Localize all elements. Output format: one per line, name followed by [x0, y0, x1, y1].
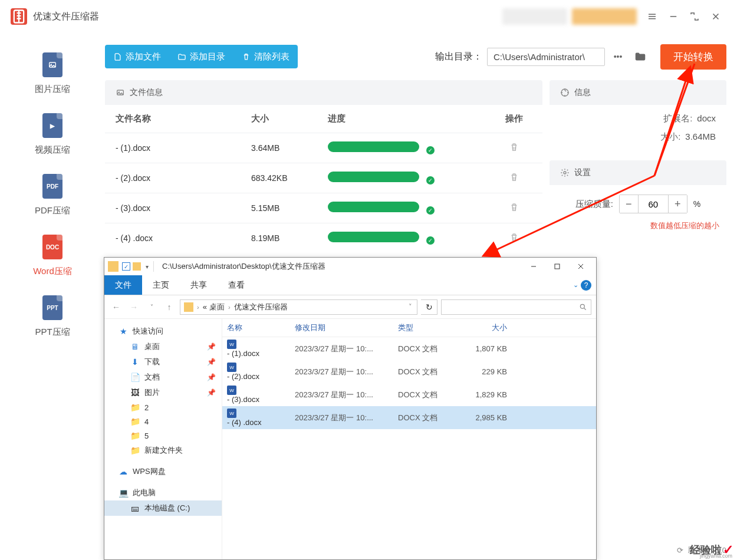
- side-documents[interactable]: 📄文档📌: [104, 370, 222, 385]
- sidebar-item-video-compress[interactable]: ▶ 视频压缩: [0, 101, 105, 162]
- sidebar-item-image-compress[interactable]: 图片压缩: [0, 40, 105, 101]
- side-downloads[interactable]: ⬇下载📌: [104, 354, 222, 370]
- file-name: - (3).docx: [116, 203, 251, 213]
- col-size: 大小: [251, 113, 328, 124]
- side-folder-4[interactable]: 📁4: [104, 414, 222, 429]
- address-box[interactable]: › « 桌面 › 优速文件压缩器 ˅: [180, 299, 417, 315]
- explorer-titlebar: ✓ ▾ C:\Users\Administrator\Desktop\优速文件压…: [104, 258, 596, 275]
- crumb[interactable]: 优速文件压缩器: [234, 302, 288, 312]
- explorer-search[interactable]: [441, 299, 591, 315]
- decrease-button[interactable]: −: [620, 195, 639, 213]
- sidebar-item-ppt-compress[interactable]: PPT PPT压缩: [0, 283, 105, 344]
- side-folder-5[interactable]: 📁5: [104, 429, 222, 443]
- sidebar-item-word-compress[interactable]: DOC Word压缩: [0, 222, 105, 283]
- add-file-label: 添加文件: [126, 51, 161, 62]
- increase-button[interactable]: +: [668, 195, 687, 213]
- sidebar-item-label: Word压缩: [33, 266, 72, 277]
- start-convert-button[interactable]: 开始转换: [660, 44, 726, 70]
- explorer-row[interactable]: W- (4) .docx 2023/3/27 星期一 10:... DOCX 文…: [222, 406, 596, 429]
- delete-button[interactable]: [496, 172, 532, 185]
- explorer-maximize[interactable]: [545, 258, 569, 275]
- col-size[interactable]: 大小: [457, 322, 507, 333]
- document-icon: 📄: [130, 373, 140, 382]
- up-button[interactable]: ↑: [162, 300, 176, 314]
- down-arrow-icon[interactable]: ▾: [144, 262, 150, 271]
- side-wps[interactable]: ☁WPS网盘: [104, 464, 222, 479]
- back-button[interactable]: ←: [109, 300, 123, 314]
- add-file-button[interactable]: 添加文件: [105, 45, 169, 68]
- side-pictures[interactable]: 🖼图片📌: [104, 385, 222, 400]
- explorer-row[interactable]: W- (1).docx 2023/3/27 星期一 10:... DOCX 文档…: [222, 337, 596, 360]
- side-c-drive[interactable]: 🖴本地磁盘 (C:): [104, 500, 222, 516]
- open-folder-button[interactable]: [631, 47, 650, 66]
- refresh-icon[interactable]: ⟳: [677, 546, 683, 555]
- file-size: 8.19MB: [251, 233, 328, 243]
- crumb[interactable]: «: [203, 302, 207, 311]
- table-row[interactable]: - (1).docx 3.64MB ✓: [105, 133, 542, 163]
- ribbon-tab-home[interactable]: 主页: [142, 275, 180, 295]
- progress-bar: [328, 232, 419, 242]
- menu-button[interactable]: [641, 6, 663, 27]
- explorer-title-path: C:\Users\Administrator\Desktop\优速文件压缩器: [162, 261, 325, 272]
- explorer-row[interactable]: W- (3).docx 2023/3/27 星期一 10:... DOCX 文档…: [222, 383, 596, 406]
- side-desktop[interactable]: 🖥桌面📌: [104, 339, 222, 354]
- table-row[interactable]: - (4) .docx 8.19MB ✓: [105, 223, 542, 253]
- folder-icon: 📁: [130, 431, 140, 440]
- explorer-close[interactable]: [569, 258, 593, 275]
- forward-button[interactable]: →: [127, 300, 141, 314]
- drive-icon: 🖴: [130, 503, 140, 513]
- quality-input[interactable]: [639, 199, 668, 209]
- minimize-button[interactable]: [663, 6, 684, 27]
- table-row[interactable]: - (2).docx 683.42KB ✓: [105, 163, 542, 193]
- side-quick-access[interactable]: ★快速访问: [104, 324, 222, 339]
- help-icon[interactable]: ?: [581, 280, 591, 291]
- obscured-area: [502, 8, 567, 25]
- quality-hint: 数值越低压缩的越小: [557, 220, 719, 231]
- chevron-down-icon[interactable]: ˅: [407, 303, 413, 311]
- refresh-button[interactable]: ↻: [421, 299, 437, 315]
- docx-icon: W: [227, 340, 236, 349]
- maximize-button[interactable]: [684, 6, 705, 27]
- ribbon-tab-share[interactable]: 共享: [180, 275, 218, 295]
- delete-button[interactable]: [496, 232, 532, 245]
- desktop-icon: 🖥: [130, 342, 140, 351]
- quality-stepper[interactable]: − +: [619, 195, 687, 213]
- delete-button[interactable]: [496, 142, 532, 154]
- ribbon-tab-file[interactable]: 文件: [104, 275, 142, 295]
- explorer-row[interactable]: W- (2).docx 2023/3/27 星期一 10:... DOCX 文档…: [222, 360, 596, 383]
- close-button[interactable]: [705, 6, 726, 27]
- progress-bar: [328, 172, 419, 182]
- browse-button[interactable]: •••: [608, 47, 627, 66]
- output-path-field[interactable]: C:\Users\Administrator\: [487, 48, 605, 66]
- clear-list-button[interactable]: 清除列表: [233, 45, 298, 68]
- info-header: 信息: [550, 80, 726, 105]
- col-name[interactable]: 名称: [227, 322, 295, 333]
- sidebar-item-label: PPT压缩: [35, 327, 70, 338]
- side-folder-2[interactable]: 📁2: [104, 400, 222, 414]
- toolbar: 添加文件 添加目录 清除列表 输出目录： C:\Users\Administra…: [105, 39, 726, 74]
- crumb[interactable]: 桌面: [209, 302, 225, 312]
- check-icon[interactable]: ✓: [122, 262, 130, 271]
- sidebar-item-pdf-compress[interactable]: PDF PDF压缩: [0, 162, 105, 222]
- app-icon: [11, 8, 27, 25]
- recent-dropdown[interactable]: ˅: [144, 300, 159, 314]
- col-date[interactable]: 修改日期: [295, 322, 398, 333]
- cloud-icon: ☁: [119, 467, 128, 476]
- progress-bar: [328, 202, 419, 212]
- video-icon: ▶: [42, 113, 62, 138]
- explorer-minimize[interactable]: [522, 258, 545, 275]
- ribbon-tab-view[interactable]: 查看: [218, 275, 255, 295]
- col-type[interactable]: 类型: [398, 322, 457, 333]
- side-this-pc[interactable]: 💻此电脑: [104, 485, 222, 500]
- add-dir-button[interactable]: 添加目录: [169, 45, 233, 68]
- delete-button[interactable]: [496, 202, 532, 215]
- file-panel-title: 文件信息: [130, 87, 163, 98]
- done-icon: ✓: [426, 146, 435, 154]
- svg-rect-7: [555, 264, 560, 269]
- ribbon-help[interactable]: ⌄?: [573, 280, 591, 291]
- table-row[interactable]: - (3).docx 5.15MB ✓: [105, 193, 542, 223]
- pin-icon: 📌: [207, 358, 216, 366]
- pin-icon: 📌: [207, 388, 216, 397]
- percent-label: %: [693, 199, 700, 209]
- side-new-folder[interactable]: 📁新建文件夹: [104, 443, 222, 458]
